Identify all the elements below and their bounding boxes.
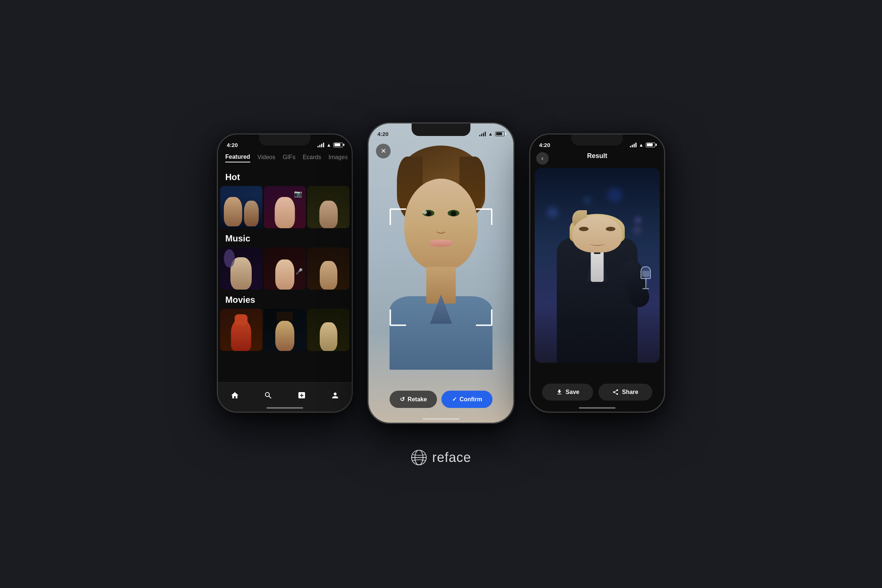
wifi-icon-right: ▲ xyxy=(639,142,644,148)
bottom-nav xyxy=(218,382,352,412)
brand-logo-icon xyxy=(411,450,427,466)
thumb-fashion-art xyxy=(307,186,350,228)
browse-header: Featured Videos GIFs Ecards Images xyxy=(218,151,352,167)
result-canvas xyxy=(535,168,660,363)
suit-body xyxy=(557,238,638,363)
nav-profile-button[interactable] xyxy=(331,391,340,400)
retake-icon: ↺ xyxy=(400,396,405,403)
brand-footer: reface xyxy=(411,450,471,466)
status-time-right: 4:20 xyxy=(539,142,550,148)
result-face xyxy=(573,216,622,252)
home-indicator-right xyxy=(579,407,616,409)
camera-action-buttons: ↺ Retake ✓ Confirm xyxy=(390,391,492,408)
notch-left xyxy=(259,135,310,146)
nav-images[interactable]: Images xyxy=(328,154,348,162)
browse-screen: 4:20 ▲ Featured xyxy=(218,135,352,412)
retake-button[interactable]: ↺ Retake xyxy=(390,391,437,408)
status-time-center: 4:20 xyxy=(377,131,388,137)
camera-screen: 4:20 ▲ xyxy=(369,123,513,423)
corner-br xyxy=(476,309,492,326)
thumb-pirate-art xyxy=(264,309,306,351)
nav-ecards[interactable]: Ecards xyxy=(303,154,321,162)
corner-bl xyxy=(390,309,406,326)
thumb-gatsby[interactable] xyxy=(220,186,262,228)
signal-icon-right xyxy=(630,142,636,147)
thumb-fashion[interactable] xyxy=(307,186,350,228)
home-indicator-center xyxy=(423,418,459,420)
face-scan-frame xyxy=(390,208,492,326)
save-button[interactable]: Save xyxy=(542,384,593,400)
thumb-lilnasx[interactable] xyxy=(220,248,262,290)
section-music-title: Music xyxy=(218,228,352,248)
movies-grid xyxy=(218,309,352,351)
corner-tr xyxy=(476,208,492,225)
save-icon xyxy=(556,389,562,395)
thumb-miley-art: 🎤 xyxy=(264,248,306,290)
thumb-ironman-art xyxy=(220,309,262,351)
thumb-lilnasx-art xyxy=(220,248,262,290)
section-movies-title: Movies xyxy=(218,290,352,309)
nav-featured[interactable]: Featured xyxy=(225,154,250,162)
wifi-icon-center: ▲ xyxy=(488,131,493,137)
phone-browse: 4:20 ▲ Featured xyxy=(217,134,353,413)
confirm-button[interactable]: ✓ Confirm xyxy=(442,391,492,408)
close-button[interactable]: ✕ xyxy=(376,144,391,158)
thumb-miley[interactable]: 🎤 xyxy=(264,248,306,290)
phone-camera: 4:20 ▲ xyxy=(368,122,514,424)
thumb-music3-art xyxy=(307,248,350,290)
battery-icon-center xyxy=(495,132,505,136)
thumb-party-art: 📷 xyxy=(264,186,306,228)
check-icon: ✓ xyxy=(452,396,457,403)
result-header: ‹ Result xyxy=(530,151,664,164)
result-title: Result xyxy=(587,152,607,160)
result-image xyxy=(535,168,660,363)
thumb-pirate[interactable] xyxy=(264,309,306,351)
thumb-movie3-art xyxy=(307,309,350,351)
status-time-left: 4:20 xyxy=(227,142,238,148)
status-icons-right: ▲ xyxy=(630,142,655,148)
home-indicator-left xyxy=(266,407,303,409)
status-icons-center: ▲ xyxy=(479,131,505,137)
signal-icon-left xyxy=(318,142,324,147)
section-hot-title: Hot xyxy=(218,167,352,186)
phones-container: 4:20 ▲ Featured xyxy=(217,122,665,424)
nav-videos[interactable]: Videos xyxy=(258,154,276,162)
nav-gifs[interactable]: GIFs xyxy=(283,154,296,162)
wifi-icon-left: ▲ xyxy=(326,142,331,148)
hot-grid: 📷 xyxy=(218,186,352,228)
thumb-movie3[interactable] xyxy=(307,309,350,351)
thumb-party[interactable]: 📷 xyxy=(264,186,306,228)
brand-name-text: reface xyxy=(432,450,471,465)
battery-icon-left xyxy=(333,142,343,147)
battery-icon-right xyxy=(646,142,655,147)
back-button[interactable]: ‹ xyxy=(536,152,549,165)
nav-search-button[interactable] xyxy=(264,391,273,400)
nav-add-button[interactable] xyxy=(297,391,306,400)
browse-nav: Featured Videos GIFs Ecards Images xyxy=(225,152,344,162)
music-grid: 🎤 xyxy=(218,248,352,290)
share-icon xyxy=(612,389,619,395)
thumb-gatsby-art xyxy=(220,186,262,228)
corner-tl xyxy=(390,208,406,225)
signal-icon-center xyxy=(479,131,486,136)
notch-right xyxy=(572,135,623,146)
share-button[interactable]: Share xyxy=(598,384,652,400)
thumb-music3[interactable] xyxy=(307,248,350,290)
phone-result: 4:20 ▲ ‹ xyxy=(529,134,665,413)
glass-prop xyxy=(640,266,651,289)
thumb-ironman[interactable] xyxy=(220,309,262,351)
result-action-buttons: Save Share xyxy=(542,384,652,400)
status-icons-left: ▲ xyxy=(318,142,343,148)
notch-center xyxy=(412,123,470,136)
result-screen: 4:20 ▲ ‹ xyxy=(530,135,664,412)
nav-home-button[interactable] xyxy=(230,391,239,400)
